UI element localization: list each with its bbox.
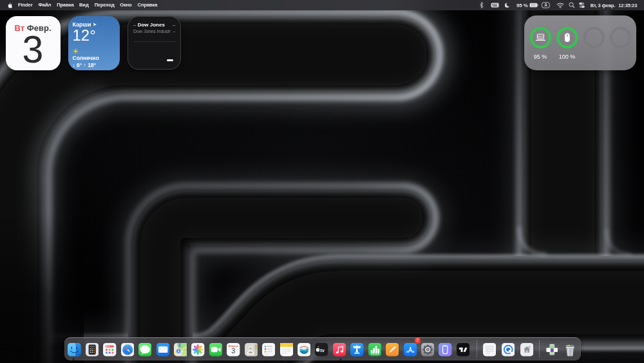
- svg-text:A: A: [177, 350, 180, 353]
- svg-text:3: 3: [231, 348, 235, 355]
- svg-text:tv: tv: [321, 348, 325, 353]
- svg-text:А: А: [544, 3, 547, 7]
